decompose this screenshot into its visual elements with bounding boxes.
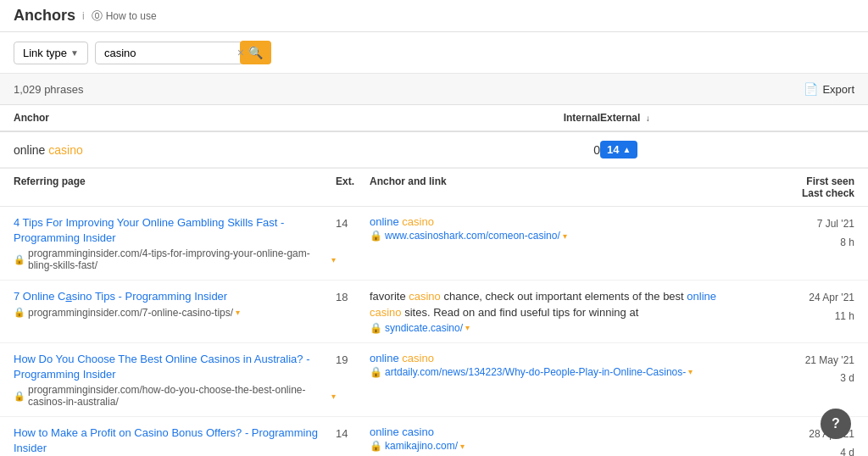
chevron-down-icon[interactable]: ▾ bbox=[236, 308, 240, 317]
chevron-down-icon[interactable]: ▾ bbox=[563, 231, 567, 241]
col-internal: Internal bbox=[532, 112, 600, 124]
sub-table-header: Referring page Ext. Anchor and link Firs… bbox=[0, 169, 868, 207]
ext-count: 18 bbox=[336, 289, 370, 303]
lock-icon: 🔒 bbox=[370, 440, 382, 452]
search-icon: 🔍 bbox=[248, 46, 263, 59]
anchor-link-cell: online casino 🔒 artdaily.com/news/134223… bbox=[370, 352, 719, 378]
anchor-table-header: Anchor Internal External ↓ bbox=[0, 105, 868, 132]
lock-icon: 🔒 bbox=[14, 254, 25, 265]
question-circle-icon: ⓪ bbox=[92, 8, 103, 24]
lock-icon: 🔒 bbox=[14, 391, 25, 402]
anchor-url-text[interactable]: kamikajino.com/ bbox=[385, 440, 458, 452]
anchor-url-text[interactable]: www.casinoshark.com/comeon-casino/ bbox=[385, 230, 560, 242]
referring-page-cell: How Do You Choose The Best Online Casino… bbox=[14, 352, 336, 408]
page-url: 🔒 programminginsider.com/7-online-casino… bbox=[14, 307, 336, 319]
anchor-text-link[interactable]: online casino bbox=[370, 215, 434, 228]
anchor-url-text[interactable]: artdaily.com/news/134223/Why-do-People-P… bbox=[385, 366, 686, 378]
last-check: 11 h bbox=[719, 308, 854, 326]
table-row: 7 Online Casino Tips - Programming Insid… bbox=[0, 281, 868, 342]
page-url: 🔒 programminginsider.com/how-do-you-choo… bbox=[14, 384, 336, 408]
page-title: Anchors bbox=[14, 7, 75, 25]
stats-bar: 1,029 phrases 📄 Export bbox=[0, 74, 868, 105]
link-type-button[interactable]: Link type ▼ bbox=[14, 42, 88, 64]
page-title-link[interactable]: How to Make a Profit on Casino Bonus Off… bbox=[14, 425, 336, 456]
anchor-highlight: casino bbox=[48, 143, 82, 157]
internal-value: 0 bbox=[532, 143, 600, 157]
anchor-link-cell: online casino 🔒 kamikajino.com/ ▾ bbox=[370, 425, 719, 452]
external-badge-container: 14 ▲ bbox=[600, 141, 685, 158]
url-text[interactable]: programminginsider.com/4-tips-for-improv… bbox=[28, 247, 329, 271]
last-check: 8 h bbox=[719, 234, 854, 253]
search-container: × 🔍 bbox=[95, 41, 271, 64]
search-input[interactable] bbox=[95, 42, 243, 64]
phrases-count: 1,029 phrases bbox=[14, 83, 83, 96]
first-seen: 24 Apr '21 bbox=[719, 289, 854, 308]
sub-table: Referring page Ext. Anchor and link Firs… bbox=[0, 168, 868, 456]
last-check: 4 d bbox=[719, 444, 854, 456]
referring-page-cell: 4 Tips For Improving Your Online Gamblin… bbox=[14, 215, 336, 271]
toolbar: Link type ▼ × 🔍 bbox=[0, 32, 868, 74]
ext-count: 19 bbox=[336, 352, 370, 366]
chevron-down-icon[interactable]: ▾ bbox=[688, 367, 693, 376]
chevron-down-icon[interactable]: ▾ bbox=[465, 323, 470, 332]
page-title-link[interactable]: 4 Tips For Improving Your Online Gamblin… bbox=[14, 215, 336, 246]
dates-cell: 21 May '21 3 d bbox=[719, 352, 854, 388]
chevron-down-icon[interactable]: ▾ bbox=[331, 392, 336, 401]
how-to-link[interactable]: ⓪ How to use bbox=[92, 8, 157, 24]
url-text[interactable]: programminginsider.com/7-online-casino-t… bbox=[28, 307, 233, 319]
anchor-url-text[interactable]: syndicate.casino/ bbox=[385, 322, 463, 334]
page-header: Anchors i ⓪ How to use bbox=[0, 0, 868, 32]
chevron-down-icon[interactable]: ▾ bbox=[460, 442, 465, 451]
page-title-link[interactable]: How Do You Choose The Best Online Casino… bbox=[14, 352, 336, 382]
anchor-row: online casino 0 14 ▲ bbox=[0, 132, 868, 168]
search-button[interactable]: 🔍 bbox=[240, 41, 271, 64]
sh-anchor-link: Anchor and link bbox=[370, 175, 719, 199]
info-icon[interactable]: i bbox=[82, 10, 85, 22]
anchor-url: 🔒 www.casinoshark.com/comeon-casino/ ▾ bbox=[370, 230, 719, 242]
lock-icon: 🔒 bbox=[370, 230, 382, 242]
first-seen: 7 Jul '21 bbox=[719, 215, 854, 234]
anchor-url: 🔒 syndicate.casino/ ▾ bbox=[370, 322, 719, 334]
lock-icon: 🔒 bbox=[14, 307, 25, 318]
sh-referring-page: Referring page bbox=[14, 175, 336, 199]
col-external: External ↓ bbox=[600, 112, 685, 124]
anchor-text-link[interactable]: online casino bbox=[370, 425, 434, 438]
referring-page-cell: How to Make a Profit on Casino Bonus Off… bbox=[14, 425, 336, 456]
sort-icon: ↓ bbox=[646, 114, 650, 123]
anchor-url: 🔒 kamikajino.com/ ▾ bbox=[370, 440, 719, 452]
table-row: 4 Tips For Improving Your Online Gamblin… bbox=[0, 207, 868, 281]
help-button[interactable]: ? bbox=[821, 409, 851, 439]
table-row: How to Make a Profit on Casino Bonus Off… bbox=[0, 417, 868, 456]
first-seen: 21 May '21 bbox=[719, 352, 854, 370]
dates-cell: 24 Apr '21 11 h bbox=[719, 289, 854, 325]
anchor-link-cell: favorite casino chance, check out import… bbox=[370, 289, 719, 333]
page-title-link[interactable]: 7 Online Casino Tips - Programming Insid… bbox=[14, 289, 336, 304]
lock-icon: 🔒 bbox=[370, 366, 382, 378]
col-anchor: Anchor bbox=[14, 112, 532, 124]
chevron-down-icon: ▼ bbox=[70, 48, 79, 58]
up-arrow-icon: ▲ bbox=[622, 145, 631, 154]
last-check: 3 d bbox=[719, 370, 854, 388]
anchor-link-cell: online casino 🔒 www.casinoshark.com/come… bbox=[370, 215, 719, 242]
url-text[interactable]: programminginsider.com/how-do-you-choose… bbox=[28, 384, 329, 408]
body-text: favorite casino chance, check out import… bbox=[370, 290, 716, 318]
export-button[interactable]: 📄 Export bbox=[804, 82, 854, 96]
dates-cell: 7 Jul '21 8 h bbox=[719, 215, 854, 252]
sh-dates: First seenLast check bbox=[719, 175, 854, 199]
chevron-down-icon[interactable]: ▾ bbox=[331, 255, 336, 264]
sh-ext: Ext. bbox=[336, 175, 370, 199]
table-row: How Do You Choose The Best Online Casino… bbox=[0, 343, 868, 417]
anchor-text-link[interactable]: online casino bbox=[370, 352, 434, 364]
referring-page-cell: 7 Online Casino Tips - Programming Insid… bbox=[14, 289, 336, 318]
ext-count: 14 bbox=[336, 215, 370, 230]
clear-button[interactable]: × bbox=[237, 46, 244, 59]
page-url: 🔒 programminginsider.com/4-tips-for-impr… bbox=[14, 247, 336, 271]
anchor-text: online casino bbox=[14, 143, 532, 157]
lock-icon: 🔒 bbox=[370, 322, 382, 334]
anchor-url: 🔒 artdaily.com/news/134223/Why-do-People… bbox=[370, 366, 719, 378]
external-badge[interactable]: 14 ▲ bbox=[600, 141, 637, 158]
export-icon: 📄 bbox=[804, 82, 818, 96]
ext-count: 14 bbox=[336, 425, 370, 440]
